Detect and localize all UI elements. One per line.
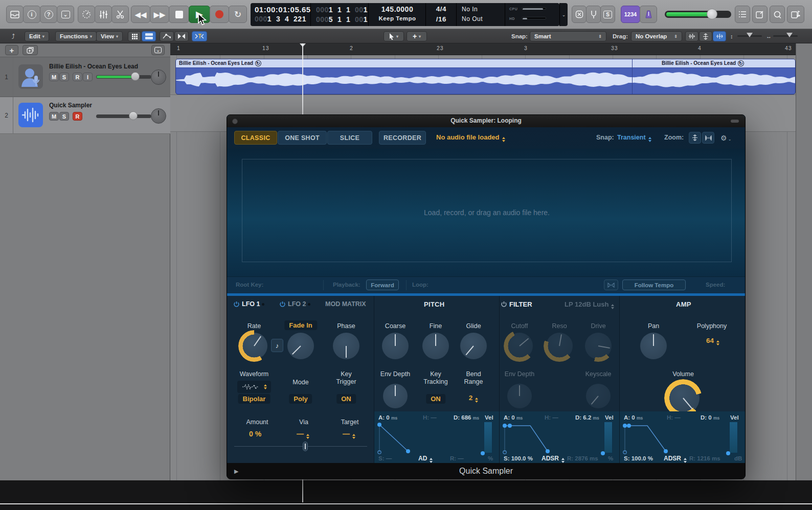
stop-button[interactable] (169, 6, 189, 23)
drag-select[interactable]: No Overlap⇕ (631, 31, 682, 41)
metronome-button[interactable] (640, 6, 657, 23)
pitch-env-depth-knob[interactable] (383, 384, 408, 408)
grid-view-button[interactable] (128, 31, 141, 41)
playback-mode-button[interactable]: Forward (366, 280, 399, 290)
cutoff-knob[interactable] (506, 333, 533, 359)
target-select[interactable]: — (343, 430, 355, 439)
pan-knob[interactable] (151, 69, 166, 85)
filter-header[interactable]: FILTER (501, 298, 532, 310)
track-avatar[interactable] (18, 64, 43, 89)
tab-mod-matrix[interactable]: MOD MATRIX (325, 298, 366, 310)
track-name[interactable]: Billie Eilish - Ocean Eyes Lead (49, 63, 138, 70)
note-pads-button[interactable] (752, 6, 768, 23)
file-status-select[interactable]: No audio file loaded (436, 133, 505, 142)
vel-dot[interactable] (481, 451, 485, 455)
solo-mode-button[interactable]: S (600, 6, 615, 23)
vertical-scrollbar-area[interactable] (796, 43, 812, 480)
edit-menu[interactable]: Edit▾ (25, 31, 49, 41)
env-mode-select[interactable]: ADSR (664, 455, 687, 463)
cycle-button[interactable]: ↻ (229, 6, 247, 23)
lfo-mode-value[interactable]: Poly (289, 394, 312, 404)
disclosure-triangle-icon[interactable]: ▶ (234, 468, 238, 475)
command-click-tool[interactable]: + ▾ (407, 31, 427, 41)
flex-toggle-button[interactable] (604, 280, 618, 290)
vertical-zoom-button[interactable] (699, 31, 712, 41)
volume-slider[interactable] (96, 75, 151, 79)
tab-lfo1[interactable]: LFO 1 (233, 298, 264, 310)
key-trigger-value[interactable]: ON (336, 394, 356, 404)
vel-bar[interactable] (484, 422, 492, 453)
tuner-button[interactable] (78, 6, 95, 23)
vel-bar[interactable] (729, 422, 738, 453)
snap-select[interactable]: Smart⇕ (530, 31, 606, 41)
envelope-curve[interactable] (375, 422, 478, 455)
tab-slice[interactable]: SLICE (327, 131, 372, 145)
automation-button[interactable] (160, 31, 174, 41)
tab-classic[interactable]: CLASSIC (234, 131, 277, 145)
track-header-1[interactable]: 1 Billie Eilish - Ocean Eyes Lead M S R … (0, 57, 170, 97)
count-in-button[interactable]: 1234 (621, 6, 640, 23)
catch-playhead-button[interactable] (192, 31, 207, 41)
list-editors-button[interactable] (735, 6, 750, 23)
pan-knob[interactable] (640, 333, 667, 359)
filter-env-depth-knob[interactable] (507, 384, 532, 408)
lfo-polarity-value[interactable]: Bipolar (238, 394, 270, 404)
quick-help-button[interactable]: ? (40, 6, 57, 23)
inspector-button[interactable]: i (23, 6, 40, 23)
plugin-snap-select[interactable]: Transient (617, 134, 651, 142)
pan-knob[interactable] (151, 108, 166, 124)
record-button[interactable] (210, 6, 229, 23)
mute-button[interactable]: M (49, 112, 59, 121)
bend-range-select[interactable]: 2 (462, 394, 485, 403)
lfo-amount-slider[interactable] (234, 446, 367, 447)
envelope-curve[interactable] (621, 422, 723, 455)
phase-knob[interactable] (333, 333, 359, 359)
sample-display-area[interactable]: Load, record, or drag an audio file here… (227, 149, 745, 276)
polyphony-select[interactable]: 64 (700, 337, 726, 345)
fine-knob[interactable] (422, 333, 449, 359)
tab-one-shot[interactable]: ONE SHOT (278, 131, 327, 145)
lcd-signature-column[interactable]: 4/4 /16 (426, 3, 457, 26)
inbox-button[interactable]: ⌄ (57, 6, 74, 23)
drive-knob[interactable] (585, 333, 612, 359)
lfo-waveform-select[interactable] (237, 381, 271, 393)
zoom-horizontal-button[interactable] (702, 132, 714, 144)
filter-envelope-panel[interactable]: A: 0 ms H: — D: 6.2 ms Vel S: 100.0 % AD… (499, 411, 619, 463)
plugin-titlebar[interactable]: Quick Sampler: Looping (227, 115, 745, 127)
track-header-options[interactable]: ⌄ (151, 45, 165, 55)
record-enable-button[interactable]: R (73, 112, 82, 121)
vel-dot[interactable] (601, 451, 605, 455)
rate-knob[interactable] (241, 333, 267, 359)
vzoom-slider-thumb[interactable] (747, 33, 753, 40)
horizontal-zoom-button[interactable] (713, 31, 726, 41)
envelope-curve[interactable] (501, 422, 598, 455)
lcd-mode-chevron[interactable]: ⌄ (559, 3, 568, 26)
record-enable-button[interactable]: R (73, 73, 82, 81)
hzoom-slider-thumb[interactable] (786, 33, 793, 40)
vel-dot[interactable] (726, 451, 730, 455)
follow-tempo-button[interactable]: Follow Tempo (622, 280, 686, 290)
rewind-button[interactable]: ◀◀ (131, 6, 150, 23)
mixer-button[interactable] (95, 6, 112, 23)
solo-button[interactable]: S (59, 73, 69, 81)
back-arrow-icon[interactable]: ⤴ (7, 31, 19, 41)
volume-knob[interactable] (667, 382, 700, 414)
dropzone[interactable]: Load, record, or drag an audio file here… (242, 159, 732, 262)
no-catch-button[interactable] (572, 6, 587, 23)
vertical-zoom-slider[interactable] (737, 35, 762, 37)
input-monitor-button[interactable]: I (83, 73, 93, 81)
tab-lfo2[interactable]: LFO 2 (279, 298, 310, 310)
keyscale-knob[interactable] (586, 384, 611, 408)
tab-recorder[interactable]: RECORDER (379, 131, 426, 145)
amount-value[interactable]: 0 % (249, 430, 261, 438)
solo-button[interactable]: S (59, 112, 69, 121)
zoom-vertical-button[interactable] (689, 132, 701, 144)
audio-region[interactable]: Billie Eilish - Ocean Eyes Lead↻ Billie … (175, 59, 796, 95)
lcd-tempo-column[interactable]: 145.0000 Keep Tempo (369, 3, 426, 26)
media-browser-button[interactable] (787, 6, 804, 23)
functions-menu[interactable]: Functions▾ (55, 31, 97, 41)
via-select[interactable]: — (297, 430, 309, 439)
duplicate-track-button[interactable] (22, 45, 38, 55)
library-button[interactable] (6, 6, 24, 23)
amp-envelope-panel[interactable]: A: 0 ms H: — D: 0 ms Vel S: 100.0 % ADSR… (619, 411, 745, 463)
